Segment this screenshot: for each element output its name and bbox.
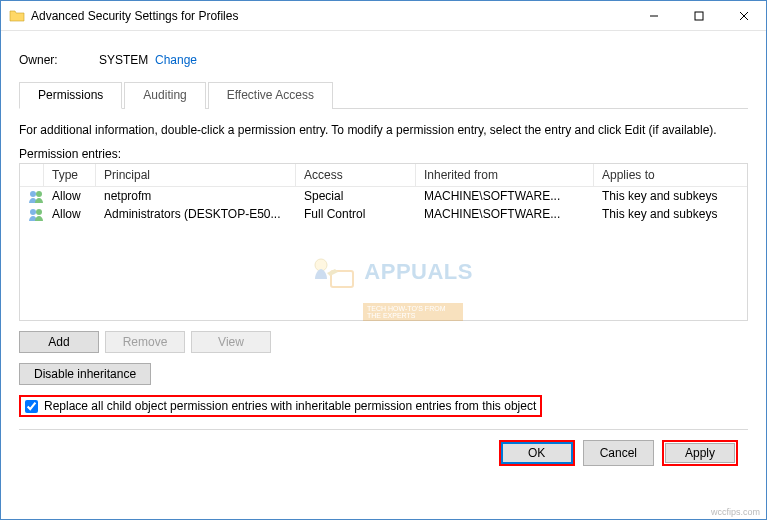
window-title: Advanced Security Settings for Profiles: [31, 9, 631, 23]
dialog-buttons: OK Cancel Apply: [19, 430, 748, 466]
grid-header: Type Principal Access Inherited from App…: [20, 164, 747, 187]
owner-value: SYSTEM: [99, 53, 155, 67]
close-button[interactable]: [721, 1, 766, 30]
cell-principal: Administrators (DESKTOP-E50...: [96, 206, 296, 222]
tab-effective-access[interactable]: Effective Access: [208, 82, 333, 109]
cancel-button[interactable]: Cancel: [583, 440, 654, 466]
cell-inherited: MACHINE\SOFTWARE...: [416, 188, 594, 204]
folder-icon: [9, 8, 25, 24]
svg-rect-1: [695, 12, 703, 20]
add-button[interactable]: Add: [19, 331, 99, 353]
svg-point-5: [36, 191, 42, 197]
table-row[interactable]: Allow Administrators (DESKTOP-E50... Ful…: [20, 205, 747, 223]
owner-label: Owner:: [19, 53, 99, 67]
window-controls: [631, 1, 766, 30]
cell-applies: This key and subkeys: [594, 188, 747, 204]
svg-point-7: [36, 209, 42, 215]
tab-permissions[interactable]: Permissions: [19, 82, 122, 109]
replace-child-entries-checkbox[interactable]: [25, 400, 38, 413]
view-button: View: [191, 331, 271, 353]
highlight-ok: OK: [499, 440, 575, 466]
col-access-header[interactable]: Access: [296, 164, 416, 186]
cell-principal: netprofm: [96, 188, 296, 204]
users-icon: [20, 188, 44, 204]
entries-label: Permission entries:: [19, 147, 748, 161]
info-text: For additional information, double-click…: [19, 123, 748, 137]
col-inherited-header[interactable]: Inherited from: [416, 164, 594, 186]
col-icon-header[interactable]: [20, 164, 44, 186]
svg-point-4: [30, 191, 36, 197]
disable-inheritance-button[interactable]: Disable inheritance: [19, 363, 151, 385]
cell-type: Allow: [44, 206, 96, 222]
col-type-header[interactable]: Type: [44, 164, 96, 186]
footer-watermark: wccfips.com: [711, 507, 760, 517]
tab-strip: Permissions Auditing Effective Access: [19, 81, 748, 109]
minimize-button[interactable]: [631, 1, 676, 30]
permission-grid[interactable]: Type Principal Access Inherited from App…: [19, 163, 748, 321]
table-row[interactable]: Allow netprofm Special MACHINE\SOFTWARE.…: [20, 187, 747, 205]
replace-child-entries-label: Replace all child object permission entr…: [44, 399, 536, 413]
inheritance-row: Disable inheritance: [19, 363, 748, 385]
apply-button[interactable]: Apply: [665, 443, 735, 463]
maximize-button[interactable]: [676, 1, 721, 30]
tab-auditing[interactable]: Auditing: [124, 82, 205, 109]
col-applies-header[interactable]: Applies to: [594, 164, 747, 186]
entry-buttons: Add Remove View: [19, 331, 748, 353]
users-icon: [20, 206, 44, 222]
cell-inherited: MACHINE\SOFTWARE...: [416, 206, 594, 222]
owner-row: Owner: SYSTEM Change: [19, 53, 748, 67]
cell-access: Full Control: [296, 206, 416, 222]
cell-access: Special: [296, 188, 416, 204]
cell-type: Allow: [44, 188, 96, 204]
col-principal-header[interactable]: Principal: [96, 164, 296, 186]
remove-button: Remove: [105, 331, 185, 353]
cell-applies: This key and subkeys: [594, 206, 747, 222]
replace-child-entries-row[interactable]: Replace all child object permission entr…: [19, 395, 542, 417]
ok-button[interactable]: OK: [502, 443, 572, 463]
highlight-apply: Apply: [662, 440, 738, 466]
change-owner-link[interactable]: Change: [155, 53, 197, 67]
svg-point-6: [30, 209, 36, 215]
title-bar: Advanced Security Settings for Profiles: [1, 1, 766, 31]
